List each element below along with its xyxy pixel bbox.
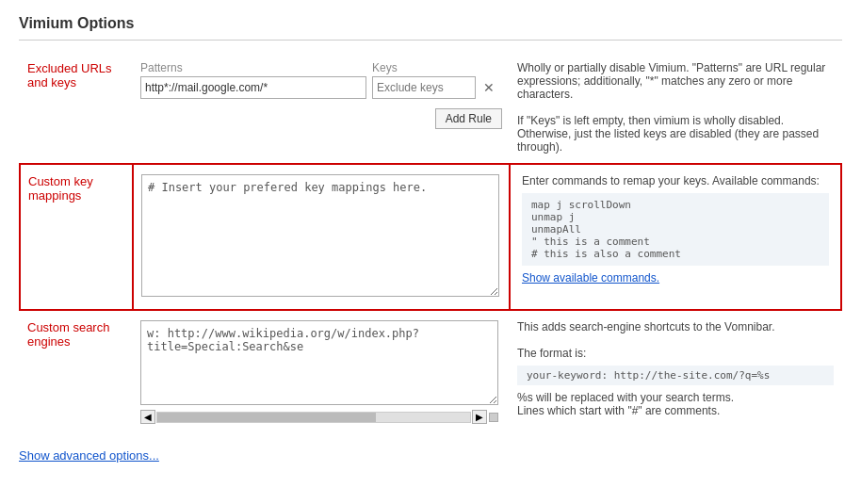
search-engines-format-label: The format is: <box>517 347 586 360</box>
search-engines-help-note: %s will be replaced with your search ter… <box>517 391 734 417</box>
scroll-left-button[interactable]: ◀ <box>140 410 155 424</box>
excluded-urls-help: Wholly or partially disable Vimium. "Pat… <box>517 61 825 154</box>
key-mappings-help-intro: Enter commands to remap your keys. Avail… <box>522 174 820 187</box>
patterns-column-header: Patterns <box>140 61 366 74</box>
key-mappings-code-block: map j scrollDownunmap junmapAll" this is… <box>522 193 829 266</box>
search-engines-textarea[interactable]: w: http://www.wikipedia.org/w/index.php?… <box>140 320 498 405</box>
pattern-input[interactable] <box>140 76 366 99</box>
add-rule-button[interactable]: Add Rule <box>435 108 502 129</box>
search-engines-label: Custom search engines <box>27 320 109 349</box>
excluded-urls-label: Excluded URLs and keys <box>27 61 112 89</box>
horizontal-scrollbar-thumb <box>157 413 376 422</box>
resize-handle <box>489 413 498 422</box>
key-mappings-label: Custom key mappings <box>28 174 93 203</box>
show-advanced-options-link[interactable]: Show advanced options... <box>19 448 159 463</box>
show-commands-link[interactable]: Show available commands. <box>522 271 659 285</box>
keys-column-header: Keys <box>372 61 485 74</box>
key-mappings-textarea[interactable]: # Insert your prefered key mappings here… <box>141 174 499 297</box>
search-engines-help-line1: This adds search-engine shortcuts to the… <box>517 320 775 333</box>
scroll-right-button[interactable]: ▶ <box>472 410 487 424</box>
remove-rule-button[interactable]: ✕ <box>481 81 496 94</box>
search-engines-format-code: your-keyword: http://the-site.com/?q=%s <box>517 366 834 385</box>
keys-input[interactable] <box>372 76 476 99</box>
horizontal-scrollbar-track[interactable] <box>156 412 471 423</box>
page-title: Vimium Options <box>19 15 842 41</box>
